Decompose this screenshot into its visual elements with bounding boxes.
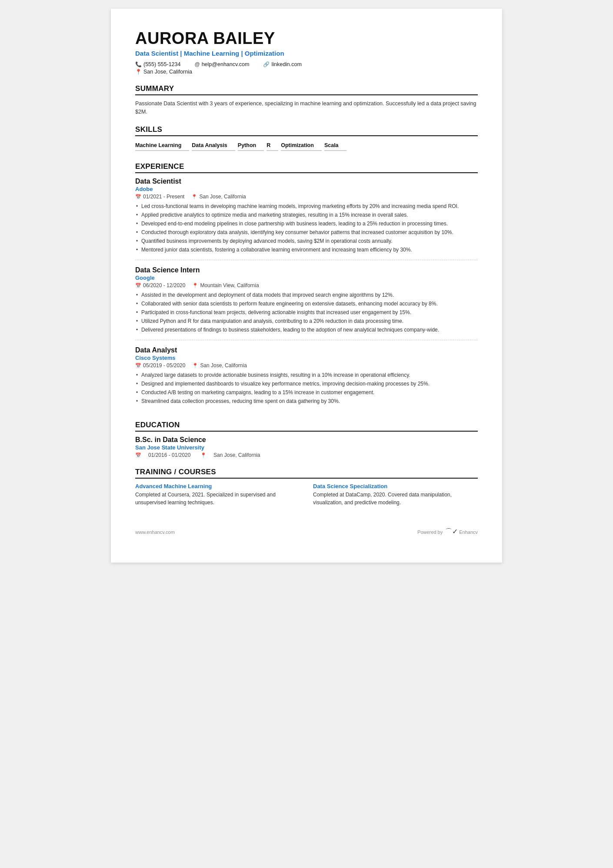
exp-bullet: Assisted in the development and deployme…: [135, 291, 478, 299]
phone-value: (555) 555-1234: [143, 61, 180, 67]
exp-bullet: Analyzed large datasets to provide actio…: [135, 371, 478, 379]
contact-row: 📞 (555) 555-1234 @ help@enhancv.com 🔗 li…: [135, 61, 478, 67]
company-name: Cisco Systems: [135, 355, 478, 361]
exp-bullet: Collaborated with senior data scientists…: [135, 300, 478, 308]
candidate-name: AURORA BAILEY: [135, 30, 478, 48]
training-item: Data Science SpecializationCompleted at …: [313, 483, 478, 506]
summary-text: Passionate Data Scientist with 3 years o…: [135, 100, 478, 116]
exp-bullet: Applied predictive analytics to optimize…: [135, 211, 478, 219]
job-title: Data Science Intern: [135, 266, 478, 274]
job-location: 📍 Mountain View, California: [192, 282, 259, 288]
pin-icon: 📍: [200, 452, 207, 458]
job-location: 📍 San Jose, California: [192, 362, 247, 369]
exp-bullets: Analyzed large datasets to provide actio…: [135, 371, 478, 405]
pin-icon: 📍: [191, 194, 197, 200]
training-title: TRAINING / COURSES: [135, 468, 478, 479]
job-location: 📍 San Jose, California: [191, 194, 246, 200]
exp-bullet: Delivered presentations of findings to b…: [135, 326, 478, 334]
education-section: EDUCATION B.Sc. in Data ScienceSan Jose …: [135, 421, 478, 458]
brand-name: Enhancv: [459, 530, 478, 535]
linkedin-value: linkedin.com: [271, 61, 301, 67]
company-name: Adobe: [135, 186, 478, 192]
email-value: help@enhancv.com: [202, 61, 250, 67]
exp-bullet: Conducted A/B testing on marketing campa…: [135, 389, 478, 396]
edu-degree: B.Sc. in Data Science: [135, 436, 478, 444]
experience-section: EXPERIENCE Data ScientistAdobe📅 01/2021 …: [135, 162, 478, 411]
skill-item: Machine Learning: [135, 141, 189, 151]
job-title: Data Analyst: [135, 346, 478, 354]
linkedin-contact: 🔗 linkedin.com: [263, 61, 301, 67]
phone-contact: 📞 (555) 555-1234: [135, 61, 180, 67]
edu-meta: 📅 01/2016 - 01/2020 📍 San Jose, Californ…: [135, 452, 478, 458]
summary-title: SUMMARY: [135, 84, 478, 95]
resume-page: AURORA BAILEY Data Scientist | Machine L…: [111, 9, 502, 563]
calendar-icon: 📅: [135, 363, 141, 369]
company-name: Google: [135, 275, 478, 281]
exp-bullet: Conducted thorough exploratory data anal…: [135, 228, 478, 236]
pin-icon: 📍: [192, 283, 198, 288]
education-entries: B.Sc. in Data ScienceSan Jose State Univ…: [135, 436, 478, 458]
email-icon: @: [194, 61, 200, 67]
skill-item: Scala: [324, 141, 346, 151]
job-title: Data Scientist: [135, 178, 478, 185]
experience-entry: Data Science InternGoogle📅 06/2020 - 12/…: [135, 266, 478, 340]
exp-meta: 📅 01/2021 - Present📍 San Jose, Californi…: [135, 194, 478, 200]
education-entry: B.Sc. in Data ScienceSan Jose State Univ…: [135, 436, 478, 458]
experience-entries: Data ScientistAdobe📅 01/2021 - Present📍 …: [135, 178, 478, 411]
training-course-title: Data Science Specialization: [313, 483, 478, 489]
training-item: Advanced Machine LearningCompleted at Co…: [135, 483, 300, 506]
date-range: 📅 05/2019 - 05/2020: [135, 362, 185, 369]
exp-bullet: Developed end-to-end modeling pipelines …: [135, 220, 478, 228]
calendar-icon: 📅: [135, 452, 141, 458]
exp-bullet: Designed and implemented dashboards to v…: [135, 380, 478, 388]
exp-bullet: Mentored junior data scientists, fosteri…: [135, 246, 478, 254]
education-title: EDUCATION: [135, 421, 478, 432]
skills-row: Machine LearningData AnalysisPythonROpti…: [135, 141, 478, 153]
skill-item: Optimization: [281, 141, 322, 151]
exp-bullets: Assisted in the development and deployme…: [135, 291, 478, 334]
enhancv-logo: ⌒✓ Enhancv: [445, 527, 478, 536]
enhancv-icon: ⌒✓: [445, 527, 458, 536]
calendar-icon: 📅: [135, 283, 141, 288]
location-icon: 📍: [135, 69, 142, 75]
exp-bullet: Led cross-functional teams in developing…: [135, 202, 478, 210]
location-value: San Jose, California: [143, 69, 192, 75]
training-course-desc: Completed at DataCamp, 2020. Covered dat…: [313, 491, 478, 506]
skill-item: Data Analysis: [192, 141, 235, 151]
candidate-title: Data Scientist | Machine Learning | Opti…: [135, 50, 478, 57]
exp-bullet: Quantified business improvements by depl…: [135, 237, 478, 245]
header: AURORA BAILEY Data Scientist | Machine L…: [135, 30, 478, 75]
exp-meta: 📅 06/2020 - 12/2020📍 Mountain View, Cali…: [135, 282, 478, 288]
edu-school: San Jose State University: [135, 444, 478, 451]
exp-bullet: Participated in cross-functional team pr…: [135, 308, 478, 316]
skills-title: SKILLS: [135, 125, 478, 136]
exp-bullets: Led cross-functional teams in developing…: [135, 202, 478, 254]
exp-bullet: Streamlined data collection processes, r…: [135, 397, 478, 405]
email-contact: @ help@enhancv.com: [194, 61, 249, 67]
summary-section: SUMMARY Passionate Data Scientist with 3…: [135, 84, 478, 116]
training-section: TRAINING / COURSES Advanced Machine Lear…: [135, 468, 478, 510]
experience-entry: Data AnalystCisco Systems📅 05/2019 - 05/…: [135, 346, 478, 411]
exp-bullet: Utilized Python and R for data manipulat…: [135, 317, 478, 325]
skills-section: SKILLS Machine LearningData AnalysisPyth…: [135, 125, 478, 153]
footer: www.enhancv.com Powered by ⌒✓ Enhancv: [135, 527, 478, 536]
experience-entry: Data ScientistAdobe📅 01/2021 - Present📍 …: [135, 178, 478, 260]
training-course-title: Advanced Machine Learning: [135, 483, 300, 489]
date-range: 📅 01/2021 - Present: [135, 194, 184, 200]
pin-icon: 📍: [192, 363, 198, 369]
footer-website: www.enhancv.com: [135, 530, 175, 535]
skill-item: R: [267, 141, 278, 151]
footer-brand: Powered by ⌒✓ Enhancv: [417, 527, 478, 536]
training-course-desc: Completed at Coursera, 2021. Specialized…: [135, 491, 300, 506]
phone-icon: 📞: [135, 61, 142, 67]
calendar-icon: 📅: [135, 194, 141, 200]
exp-meta: 📅 05/2019 - 05/2020📍 San Jose, Californi…: [135, 362, 478, 369]
skill-item: Python: [238, 141, 264, 151]
powered-by-label: Powered by: [417, 530, 443, 535]
experience-title: EXPERIENCE: [135, 162, 478, 173]
link-icon: 🔗: [263, 61, 270, 67]
location-row: 📍 San Jose, California: [135, 69, 478, 75]
date-range: 📅 06/2020 - 12/2020: [135, 282, 185, 288]
training-grid: Advanced Machine LearningCompleted at Co…: [135, 483, 478, 510]
